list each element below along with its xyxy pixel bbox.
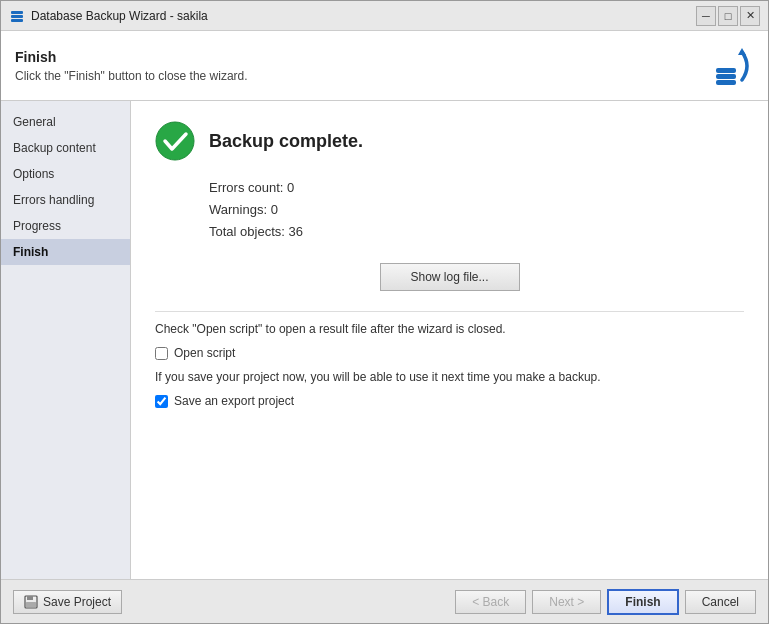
- save-icon: [24, 595, 38, 609]
- title-bar-left: Database Backup Wizard - sakila: [9, 8, 208, 24]
- header-section: Finish Click the "Finish" button to clos…: [1, 31, 768, 101]
- open-script-checkbox[interactable]: [155, 347, 168, 360]
- save-project-label[interactable]: Save an export project: [155, 394, 744, 408]
- header-title: Finish: [15, 49, 248, 65]
- window-title: Database Backup Wizard - sakila: [31, 9, 208, 23]
- open-script-label[interactable]: Open script: [155, 346, 744, 360]
- title-db-icon: [9, 8, 25, 24]
- save-project-checkbox[interactable]: [155, 395, 168, 408]
- title-controls: ─ □ ✕: [696, 6, 760, 26]
- sidebar-item-progress[interactable]: Progress: [1, 213, 130, 239]
- title-bar: Database Backup Wizard - sakila ─ □ ✕: [1, 1, 768, 31]
- cancel-button[interactable]: Cancel: [685, 590, 756, 614]
- svg-rect-10: [26, 602, 36, 607]
- finish-button[interactable]: Finish: [607, 589, 678, 615]
- footer-right: < Back Next > Finish Cancel: [455, 589, 756, 615]
- footer: Save Project < Back Next > Finish Cancel: [1, 579, 768, 623]
- save-project-button[interactable]: Save Project: [13, 590, 122, 614]
- svg-rect-2: [11, 19, 23, 22]
- sidebar-item-options[interactable]: Options: [1, 161, 130, 187]
- svg-rect-1: [11, 15, 23, 18]
- header-text: Finish Click the "Finish" button to clos…: [15, 49, 248, 83]
- back-button[interactable]: < Back: [455, 590, 526, 614]
- footer-left: Save Project: [13, 590, 122, 614]
- svg-rect-0: [11, 11, 23, 14]
- close-button[interactable]: ✕: [740, 6, 760, 26]
- svg-rect-4: [716, 68, 736, 73]
- header-db-icon: [706, 42, 754, 90]
- app-window: Database Backup Wizard - sakila ─ □ ✕ Fi…: [0, 0, 769, 624]
- content-area: Backup complete. Errors count: 0 Warning…: [131, 101, 768, 579]
- main-area: General Backup content Options Errors ha…: [1, 101, 768, 579]
- save-project-info: If you save your project now, you will b…: [155, 370, 744, 384]
- errors-count: Errors count: 0: [209, 177, 744, 199]
- sidebar: General Backup content Options Errors ha…: [1, 101, 131, 579]
- warnings-count: Warnings: 0: [209, 199, 744, 221]
- header-subtitle: Click the "Finish" button to close the w…: [15, 69, 248, 83]
- show-log-button[interactable]: Show log file...: [380, 263, 520, 291]
- open-script-section: Open script: [155, 346, 744, 360]
- maximize-button[interactable]: □: [718, 6, 738, 26]
- success-checkmark-icon: [155, 121, 195, 161]
- svg-rect-6: [716, 80, 736, 85]
- svg-marker-3: [738, 48, 746, 55]
- sidebar-item-general[interactable]: General: [1, 109, 130, 135]
- svg-rect-9: [27, 596, 33, 600]
- save-project-section: Save an export project: [155, 394, 744, 408]
- sidebar-item-finish[interactable]: Finish: [1, 239, 130, 265]
- backup-stats: Errors count: 0 Warnings: 0 Total object…: [209, 177, 744, 243]
- success-header: Backup complete.: [155, 121, 744, 161]
- svg-point-7: [156, 122, 194, 160]
- svg-rect-5: [716, 74, 736, 79]
- divider: [155, 311, 744, 312]
- total-objects: Total objects: 36: [209, 221, 744, 243]
- sidebar-item-backup-content[interactable]: Backup content: [1, 135, 130, 161]
- backup-complete-title: Backup complete.: [209, 131, 363, 152]
- open-script-info: Check "Open script" to open a result fil…: [155, 322, 744, 336]
- next-button[interactable]: Next >: [532, 590, 601, 614]
- minimize-button[interactable]: ─: [696, 6, 716, 26]
- sidebar-item-errors-handling[interactable]: Errors handling: [1, 187, 130, 213]
